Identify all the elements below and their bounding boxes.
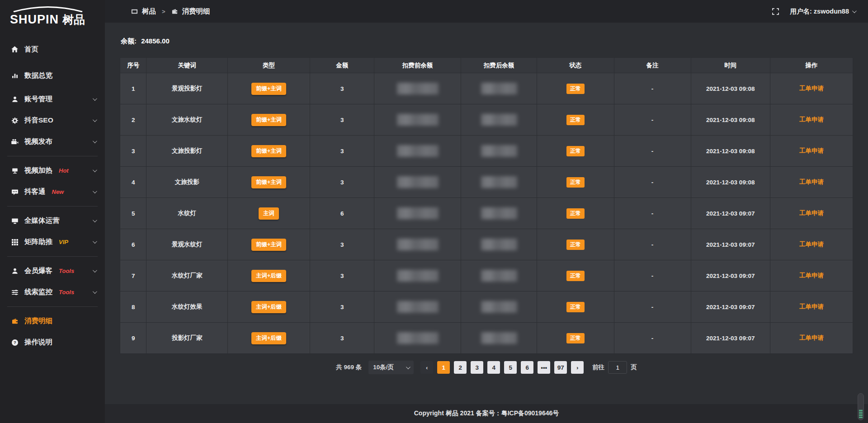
note-cell: - bbox=[614, 104, 691, 136]
type-badge: 主词+后缀 bbox=[251, 301, 286, 313]
amount-cell: 3 bbox=[310, 73, 374, 104]
sidebar-item-douketong[interactable]: 抖客通 New bbox=[0, 181, 105, 202]
work-order-link[interactable]: 工单申请 bbox=[799, 85, 824, 92]
grid-icon bbox=[11, 238, 19, 246]
keyword-cell: 景观投影灯 bbox=[146, 73, 228, 104]
page-ellipsis-button[interactable]: ••• bbox=[538, 361, 550, 374]
sidebar-item-label: 抖客通 bbox=[24, 187, 46, 197]
col-header-note: 备注 bbox=[614, 58, 691, 73]
col-header-index: 序号 bbox=[120, 58, 146, 73]
sidebar-item-data-overview[interactable]: 数据总览 bbox=[0, 62, 105, 89]
note-cell: - bbox=[614, 198, 691, 229]
page-button-4[interactable]: 4 bbox=[487, 361, 500, 374]
amount-cell: 3 bbox=[310, 323, 374, 354]
work-order-link[interactable]: 工单申请 bbox=[799, 272, 824, 279]
note-cell: - bbox=[614, 167, 691, 198]
sidebar-item-matrix-boost[interactable]: 矩阵助推 VIP bbox=[0, 231, 105, 253]
amount-cell: 3 bbox=[310, 136, 374, 167]
sidebar-item-home[interactable]: 首页 bbox=[0, 36, 105, 62]
fullscreen-icon[interactable] bbox=[772, 7, 780, 15]
sidebar-item-label: 线索监控 bbox=[24, 287, 52, 297]
status-badge: 正常 bbox=[566, 146, 585, 156]
note-cell: - bbox=[614, 229, 691, 260]
sidebar-item-douyin-seo[interactable]: 抖音SEO bbox=[0, 110, 105, 131]
work-order-link[interactable]: 工单申请 bbox=[799, 210, 824, 216]
page-button-6[interactable]: 6 bbox=[521, 361, 533, 374]
prev-page-button[interactable]: ‹ bbox=[420, 361, 433, 374]
gear-icon bbox=[11, 117, 19, 124]
sidebar-item-consumption-detail[interactable]: 消费明细 bbox=[0, 310, 105, 332]
time-cell: 2021-12-03 09:08 bbox=[691, 104, 770, 136]
time-cell: 2021-12-03 09:08 bbox=[691, 73, 770, 104]
work-order-link[interactable]: 工单申请 bbox=[799, 303, 824, 310]
sidebar-item-label: 全媒体运营 bbox=[24, 216, 60, 226]
time-cell: 2021-12-03 09:07 bbox=[691, 198, 770, 229]
consumption-table: 序号 关键词 类型 金额 扣费前余额 扣费后余额 状态 备注 时间 操作 1 bbox=[120, 57, 853, 354]
sidebar-item-label: 矩阵助推 bbox=[24, 237, 52, 247]
goto-page-input[interactable] bbox=[608, 361, 627, 374]
breadcrumb-home[interactable]: 树品 bbox=[142, 7, 156, 16]
time-cell: 2021-12-03 09:07 bbox=[691, 229, 770, 260]
col-header-type: 类型 bbox=[228, 58, 310, 73]
status-badge: 正常 bbox=[566, 240, 585, 250]
keyword-cell: 水纹灯 bbox=[146, 198, 228, 229]
user-menu[interactable]: 用户名: zswodun88 bbox=[790, 7, 855, 16]
table-row: 7 水纹灯厂家 主词+后缀 3 正常 - 2021-12-03 09:07 工单… bbox=[120, 260, 853, 291]
work-order-link[interactable]: 工单申请 bbox=[799, 179, 824, 185]
table-header-row: 序号 关键词 类型 金额 扣费前余额 扣费后余额 状态 备注 时间 操作 bbox=[120, 58, 853, 73]
goto-suffix: 页 bbox=[631, 363, 637, 371]
masked-balance-after bbox=[481, 301, 517, 313]
note-cell: - bbox=[614, 260, 691, 291]
heater-icon bbox=[11, 167, 19, 174]
screen-icon bbox=[131, 8, 138, 15]
amount-cell: 3 bbox=[310, 291, 374, 323]
sidebar-item-account[interactable]: 账号管理 bbox=[0, 89, 105, 110]
sidebar-item-label: 视频发布 bbox=[24, 137, 52, 146]
member-icon bbox=[11, 267, 19, 275]
sidebar-item-label: 首页 bbox=[24, 45, 38, 54]
sidebar-item-omnimedia[interactable]: 全媒体运营 bbox=[0, 210, 105, 231]
page-button-5[interactable]: 5 bbox=[504, 361, 517, 374]
masked-balance-after bbox=[481, 207, 517, 219]
work-order-link[interactable]: 工单申请 bbox=[799, 147, 824, 154]
sidebar-item-video-heat[interactable]: 视频加热 Hot bbox=[0, 160, 105, 181]
time-cell: 2021-12-03 09:08 bbox=[691, 136, 770, 167]
per-page-select[interactable]: 10条/页 bbox=[368, 361, 414, 374]
work-order-link[interactable]: 工单申请 bbox=[799, 116, 824, 123]
sidebar-item-label: 数据总览 bbox=[24, 71, 52, 80]
floating-toolbar-widget[interactable] bbox=[858, 393, 864, 420]
sidebar-item-instructions[interactable]: ? 操作说明 bbox=[0, 332, 105, 353]
keyword-cell: 景观水纹灯 bbox=[146, 229, 228, 260]
sidebar-item-lead-monitor[interactable]: 线索监控 Tools bbox=[0, 282, 105, 303]
sidebar-item-member-burst[interactable]: 会员爆客 Tools bbox=[0, 260, 105, 282]
page-button-97[interactable]: 97 bbox=[554, 361, 567, 374]
type-badge: 前缀+主词 bbox=[251, 83, 286, 95]
sidebar-item-label: 会员爆客 bbox=[24, 266, 52, 276]
type-badge: 主词+后缀 bbox=[251, 270, 286, 282]
masked-balance-after bbox=[481, 239, 517, 250]
type-badge: 前缀+主词 bbox=[251, 239, 286, 251]
sidebar-item-label: 操作说明 bbox=[24, 338, 52, 347]
page-button-1[interactable]: 1 bbox=[437, 361, 450, 374]
row-index: 5 bbox=[120, 198, 146, 229]
sidebar-item-label: 账号管理 bbox=[24, 94, 52, 104]
masked-balance-after bbox=[481, 270, 517, 282]
per-page-value: 10条/页 bbox=[373, 363, 394, 371]
breadcrumb-current: 消费明细 bbox=[182, 7, 210, 16]
row-index: 8 bbox=[120, 291, 146, 323]
page-button-3[interactable]: 3 bbox=[471, 361, 483, 374]
sidebar-item-video-publish[interactable]: 视频发布 bbox=[0, 131, 105, 152]
wallet-icon bbox=[11, 317, 19, 325]
work-order-link[interactable]: 工单申请 bbox=[799, 241, 824, 248]
work-order-link[interactable]: 工单申请 bbox=[799, 334, 824, 341]
page-button-2[interactable]: 2 bbox=[454, 361, 467, 374]
time-cell: 2021-12-03 09:07 bbox=[691, 291, 770, 323]
svg-text:?: ? bbox=[14, 340, 16, 345]
sidebar-divider bbox=[7, 206, 98, 207]
hot-tag: Hot bbox=[59, 167, 69, 174]
sidebar-divider bbox=[7, 306, 98, 307]
next-page-button[interactable]: › bbox=[571, 361, 584, 374]
status-badge: 正常 bbox=[566, 271, 585, 281]
sidebar-divider bbox=[7, 256, 98, 257]
keyword-cell: 文旅投影灯 bbox=[146, 136, 228, 167]
